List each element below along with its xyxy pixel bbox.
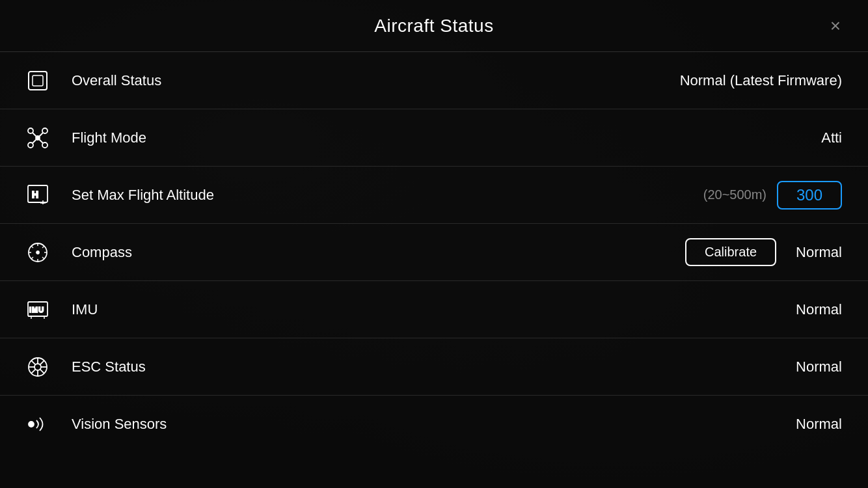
svg-line-35 [40, 369, 45, 373]
compass-svg [26, 241, 49, 264]
flight-mode-label: Flight Mode [72, 129, 821, 146]
overall-status-row: Overall Status Normal (Latest Firmware) [0, 52, 868, 109]
compass-label: Compass [72, 244, 685, 261]
esc-svg [26, 355, 49, 379]
svg-line-34 [31, 360, 36, 364]
close-button[interactable]: × [822, 13, 848, 39]
drone-svg [26, 126, 49, 150]
svg-line-19 [42, 257, 44, 259]
aircraft-status-panel: Aircraft Status × Overall Status Normal … [0, 0, 868, 488]
svg-point-38 [29, 422, 34, 427]
max-altitude-row: H Set Max Flight Altitude (20~500m) [0, 167, 868, 224]
svg-point-8 [36, 136, 40, 140]
overall-status-svg [26, 69, 49, 92]
vision-sensors-value: Normal [796, 416, 842, 433]
svg-point-29 [34, 364, 41, 370]
svg-rect-1 [33, 75, 43, 86]
esc-status-row: ESC Status Normal [0, 338, 868, 396]
flight-mode-row: Flight Mode Atti [0, 109, 868, 167]
svg-line-20 [42, 246, 44, 248]
svg-text:IMU: IMU [29, 306, 44, 314]
esc-status-value: Normal [796, 359, 842, 375]
esc-status-label: ESC Status [72, 359, 796, 375]
imu-svg: IMU [26, 298, 49, 321]
overall-status-label: Overall Status [72, 72, 680, 89]
altitude-svg: H [26, 183, 49, 207]
svg-point-7 [42, 142, 47, 148]
svg-line-37 [31, 369, 36, 373]
max-altitude-label: Set Max Flight Altitude [72, 187, 703, 204]
compass-icon [26, 241, 65, 264]
flight-mode-value: Atti [821, 129, 842, 146]
vision-sensors-row: Vision Sensors Normal [0, 396, 868, 453]
overall-status-value: Normal (Latest Firmware) [680, 72, 842, 89]
vision-sensors-label: Vision Sensors [72, 416, 796, 433]
svg-line-21 [31, 257, 33, 259]
compass-value: Normal [796, 244, 842, 261]
compass-row: Compass Calibrate Normal [0, 224, 868, 281]
panel-title: Aircraft Status [374, 16, 493, 36]
calibrate-button[interactable]: Calibrate [685, 238, 776, 266]
altitude-input[interactable] [777, 181, 842, 210]
svg-point-22 [36, 251, 39, 254]
vision-svg [26, 413, 49, 436]
altitude-icon: H [26, 183, 65, 207]
svg-text:H: H [32, 189, 38, 200]
svg-line-18 [31, 246, 33, 248]
flight-mode-icon [26, 126, 65, 150]
svg-point-6 [28, 142, 33, 148]
esc-icon [26, 355, 65, 379]
panel-header: Aircraft Status × [0, 0, 868, 52]
altitude-range: (20~500m) [703, 187, 766, 202]
imu-icon: IMU [26, 298, 65, 321]
imu-value: Normal [796, 301, 842, 318]
imu-label: IMU [72, 301, 796, 318]
vision-icon [26, 413, 65, 436]
svg-point-5 [42, 128, 47, 133]
imu-row: IMU IMU Normal [0, 281, 868, 338]
svg-rect-0 [29, 72, 47, 90]
svg-line-36 [40, 360, 45, 364]
svg-point-4 [28, 128, 33, 133]
overall-status-icon [26, 69, 65, 92]
